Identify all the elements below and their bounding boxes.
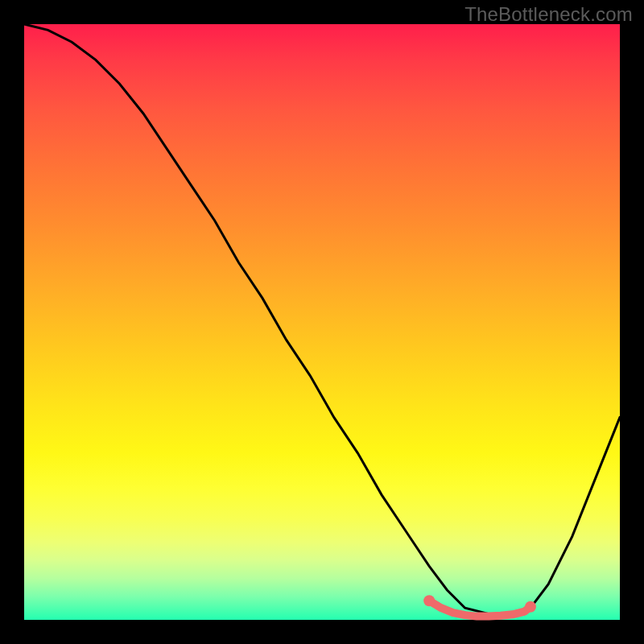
- curve-svg: [24, 24, 620, 620]
- plot-area: [24, 24, 620, 620]
- watermark-text: TheBottleneck.com: [464, 3, 633, 26]
- optimal-range-dot: [525, 601, 536, 613]
- optimal-range-path: [429, 601, 530, 616]
- bottleneck-curve-path: [24, 24, 620, 614]
- chart-frame: TheBottleneck.com: [0, 0, 644, 644]
- optimal-range-dot: [423, 595, 435, 606]
